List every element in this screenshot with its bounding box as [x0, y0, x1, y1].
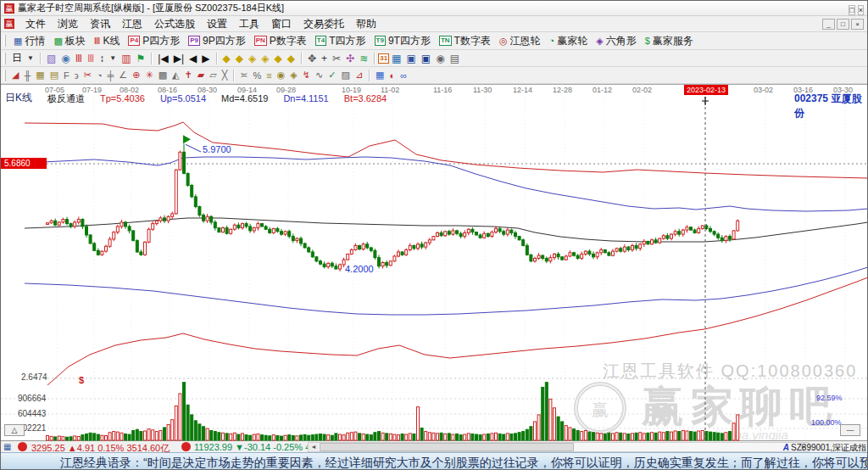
- kline-box-icon[interactable]: ▥: [119, 52, 133, 65]
- diamond-shrink-icon[interactable]: ◈: [259, 52, 271, 65]
- expand-volume-button[interactable]: △: [4, 424, 25, 436]
- menu-item-2[interactable]: 浏览: [52, 16, 84, 32]
- draw-gann-grid-icon[interactable]: ▦: [33, 69, 47, 81]
- diamond-up-icon[interactable]: ◆: [271, 52, 284, 65]
- draw-wave-icon[interactable]: ∿: [313, 69, 326, 81]
- menu-item-3[interactable]: 资讯: [84, 16, 116, 32]
- toolbar-button-gann-wheel[interactable]: ◎江恩轮: [495, 33, 545, 49]
- draw-diamond-icon[interactable]: ◈: [287, 69, 299, 81]
- menu-item-10[interactable]: 帮助: [350, 16, 382, 32]
- menu-item-1[interactable]: 文件: [19, 16, 52, 32]
- draw-circle-icon[interactable]: ◉: [275, 69, 288, 81]
- yinyang-icon[interactable]: ◐: [387, 70, 398, 81]
- draw-angle-icon[interactable]: ∠: [116, 69, 130, 81]
- toolbar-grip[interactable]: [3, 35, 6, 47]
- draw-spiral-icon[interactable]: ϶: [72, 70, 81, 81]
- draw-equal-icon[interactable]: ≍: [237, 69, 250, 81]
- menu-item-7[interactable]: 工具: [233, 16, 265, 32]
- toolbar-button-quotes[interactable]: ▦行情: [9, 33, 49, 49]
- toolbar-grip[interactable]: [3, 53, 6, 64]
- date-highlight-marker[interactable]: 2023-02-13: [684, 85, 728, 95]
- prev-bar-button[interactable]: ◀: [186, 52, 199, 65]
- toolbar-button-winner-wheel[interactable]: ◔赢家轮: [545, 33, 593, 49]
- diamond-right-icon[interactable]: ◆: [233, 52, 246, 65]
- chart-canvas[interactable]: [1, 85, 868, 441]
- draw-bolt-icon[interactable]: ↯: [300, 69, 313, 81]
- anchor-tool-icon[interactable]: ✣: [343, 52, 357, 65]
- diamond-left-icon[interactable]: ◆: [220, 52, 233, 65]
- toolbar-button-winner-service[interactable]: $赢家服务: [641, 33, 698, 49]
- draw-fibo-icon[interactable]: F: [61, 70, 72, 81]
- collapse-volume-button[interactable]: —: [840, 424, 860, 436]
- toolbar-button-t-digit-table[interactable]: TNT数字表: [435, 33, 495, 49]
- menu-item-5[interactable]: 公式选股: [148, 16, 201, 32]
- menu-item-8[interactable]: 窗口: [265, 16, 298, 32]
- crosshair-tool-icon[interactable]: +: [319, 52, 330, 65]
- save-note-icon[interactable]: ▣: [403, 52, 418, 65]
- horizontal-scrollbar[interactable]: ◄ ►: [308, 442, 810, 452]
- draw-pen-icon[interactable]: ◢: [9, 69, 21, 81]
- save-icon[interactable]: ▣: [419, 52, 433, 65]
- menu-item-9[interactable]: 交易委托: [298, 16, 350, 32]
- draw-cross-icon[interactable]: ✝: [182, 69, 195, 81]
- mini-kline2-icon[interactable]: Ⅲ: [85, 52, 97, 65]
- draw-wedge-icon[interactable]: ⊿: [353, 69, 365, 81]
- scrollbar-thumb[interactable]: [320, 443, 574, 451]
- calculator-icon[interactable]: ▦: [389, 52, 403, 65]
- scroll-left-arrow[interactable]: ◄: [309, 443, 319, 451]
- toolbar-button-kline[interactable]: ⅢK线: [90, 33, 125, 49]
- calendar-icon[interactable]: 31: [378, 53, 389, 64]
- mini-kline-icon[interactable]: Ⅲ: [73, 52, 85, 65]
- info-circle-icon[interactable]: ◉: [58, 52, 72, 65]
- draw-tri-icon[interactable]: ◭: [170, 69, 181, 81]
- toolbar-button-9p-square[interactable]: P99P四方形: [184, 33, 249, 49]
- toolbar-button-p-digit-table[interactable]: PNP数字表: [250, 33, 311, 49]
- first-bar-button[interactable]: |◀: [155, 52, 170, 65]
- menu-item-4[interactable]: 江恩: [116, 16, 148, 32]
- mdi-minimize-button[interactable]: _: [822, 19, 835, 30]
- toolbar-button-t-square[interactable]: T4T四方形: [311, 33, 370, 49]
- toolbar-grip[interactable]: [3, 70, 6, 81]
- hand-tool-icon[interactable]: ✥: [305, 52, 319, 65]
- mdi-restore-button[interactable]: □: [837, 19, 849, 30]
- toolbar-button-p-square[interactable]: P4P四方形: [124, 33, 184, 49]
- draw-shade-icon[interactable]: ▩: [156, 69, 170, 81]
- cut-tool-icon[interactable]: ✂: [330, 52, 343, 65]
- style-caret-icon[interactable]: ▼: [107, 53, 119, 63]
- diamond-down-icon[interactable]: ◆: [285, 52, 298, 65]
- draw-hatch-icon[interactable]: ▨: [338, 69, 352, 81]
- next-bar-button[interactable]: ▶: [199, 52, 212, 65]
- draw-star-icon[interactable]: ✳: [142, 69, 155, 81]
- updown-icon[interactable]: ↕: [97, 52, 107, 65]
- wave-tool-icon[interactable]: ≋: [357, 52, 370, 65]
- draw-target-icon[interactable]: ⊕: [130, 69, 142, 81]
- period-caret-icon[interactable]: ▼: [25, 53, 36, 63]
- toolbar-button-sectors[interactable]: ▩板块: [49, 33, 89, 49]
- draw-cut-icon[interactable]: ✂: [81, 69, 94, 81]
- toolbar-button-9t-square[interactable]: T99T四方形: [370, 33, 435, 49]
- camera-icon[interactable]: ◉: [433, 52, 447, 65]
- draw-gann-box-icon[interactable]: ▤: [47, 69, 61, 81]
- draw-bar-icon[interactable]: ▰: [195, 69, 207, 81]
- mdi-close-button[interactable]: ×: [851, 19, 864, 30]
- draw-percent-icon[interactable]: %: [251, 70, 264, 81]
- draw-frame-icon[interactable]: ▱: [207, 69, 219, 81]
- toolbar-button-hexagon[interactable]: ◈六角形: [592, 33, 640, 49]
- draw-check-icon[interactable]: ✓: [326, 69, 338, 81]
- grid-tool-icon[interactable]: ▦: [373, 69, 387, 81]
- draw-ruler-icon[interactable]: ╪: [105, 70, 117, 81]
- draw-grid-lines-icon[interactable]: ╫: [21, 70, 33, 81]
- last-bar-button[interactable]: ▶|: [171, 52, 186, 65]
- period-selector[interactable]: 日: [9, 50, 25, 66]
- market-grid-icon[interactable]: ▦: [3, 442, 11, 451]
- flag-icon[interactable]: ⚑: [134, 52, 148, 65]
- diamond-expand-icon[interactable]: ◈: [246, 52, 259, 65]
- menu-item-6[interactable]: 设置: [201, 16, 233, 32]
- draw-x-icon[interactable]: ╳: [220, 69, 231, 81]
- export-icon[interactable]: ▤: [448, 52, 462, 65]
- draw-cycle-icon[interactable]: ◔: [94, 70, 105, 81]
- overlay-style-icon[interactable]: ▧: [44, 52, 58, 65]
- draw-levels-icon[interactable]: ≡: [264, 70, 274, 81]
- restore-button[interactable]: □: [849, 5, 854, 15]
- infinity-icon[interactable]: ∞: [398, 70, 409, 81]
